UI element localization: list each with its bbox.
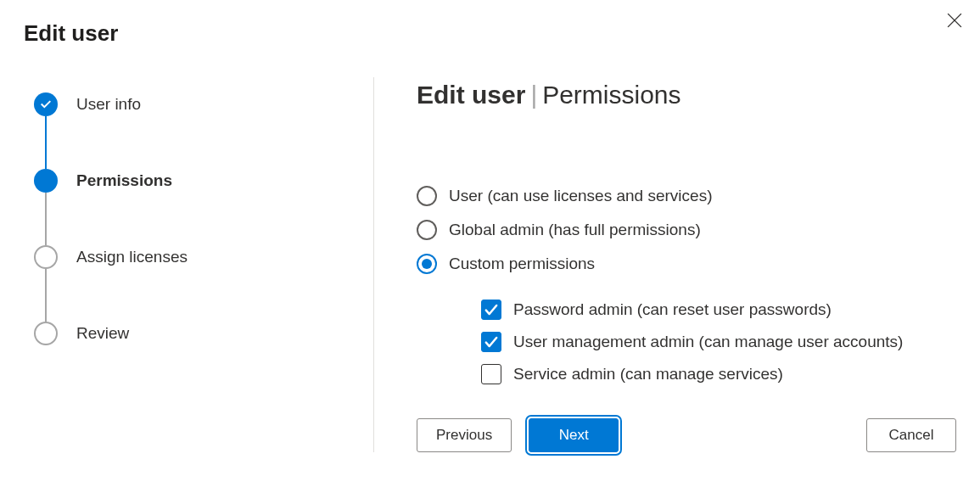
role-radio-group: User (can use licenses and services) Glo… xyxy=(417,186,956,384)
wizard-stepper: User info Permissions Assign licenses Re… xyxy=(34,72,373,469)
radio-global-admin[interactable]: Global admin (has full permissions) xyxy=(417,220,956,240)
radio-custom-permissions[interactable]: Custom permissions xyxy=(417,254,956,274)
step-indicator-upcoming xyxy=(34,322,58,345)
radio-icon-selected xyxy=(417,254,437,274)
panel-heading-context: Edit user xyxy=(417,81,525,109)
close-icon xyxy=(947,13,962,28)
step-indicator-upcoming xyxy=(34,245,58,269)
step-permissions[interactable]: Permissions xyxy=(34,169,373,193)
previous-button[interactable]: Previous xyxy=(417,418,512,452)
step-connector xyxy=(45,193,47,245)
radio-icon xyxy=(417,186,437,206)
checkbox-label: Service admin (can manage services) xyxy=(513,365,783,384)
step-review[interactable]: Review xyxy=(34,322,373,345)
dialog-title: Edit user xyxy=(24,20,118,47)
checkmark-icon xyxy=(484,302,499,317)
checkbox-icon-checked xyxy=(481,300,501,320)
step-label: Permissions xyxy=(76,171,172,190)
permissions-panel: Edit user|Permissions User (can use lice… xyxy=(374,72,956,469)
step-user-info[interactable]: User info xyxy=(34,92,373,116)
checkbox-password-admin[interactable]: Password admin (can reset user passwords… xyxy=(481,300,956,320)
checkmark-icon xyxy=(39,98,53,111)
cancel-button[interactable]: Cancel xyxy=(866,418,956,452)
checkbox-label: User management admin (can manage user a… xyxy=(513,333,903,351)
dialog-body: User info Permissions Assign licenses Re… xyxy=(0,47,980,469)
checkbox-icon-checked xyxy=(481,332,501,352)
next-button[interactable]: Next xyxy=(529,418,619,452)
radio-label: User (can use licenses and services) xyxy=(449,187,712,205)
step-connector xyxy=(45,269,47,322)
step-label: User info xyxy=(76,95,141,114)
close-button[interactable] xyxy=(943,8,966,32)
step-label: Review xyxy=(76,324,129,343)
radio-dot-icon xyxy=(422,259,432,269)
checkbox-service-admin[interactable]: Service admin (can manage services) xyxy=(481,364,956,384)
step-assign-licenses[interactable]: Assign licenses xyxy=(34,245,373,269)
radio-icon xyxy=(417,220,437,240)
checkmark-icon xyxy=(484,334,499,350)
radio-label: Global admin (has full permissions) xyxy=(449,221,701,239)
dialog-header: Edit user xyxy=(0,0,980,47)
step-indicator-current xyxy=(34,169,58,193)
panel-heading-current: Permissions xyxy=(542,81,680,109)
custom-permissions-group: Password admin (can reset user passwords… xyxy=(481,300,956,384)
checkbox-user-management-admin[interactable]: User management admin (can manage user a… xyxy=(481,332,956,352)
panel-heading-separator: | xyxy=(530,81,537,109)
checkbox-label: Password admin (can reset user passwords… xyxy=(513,300,832,319)
radio-label: Custom permissions xyxy=(449,255,595,273)
radio-user[interactable]: User (can use licenses and services) xyxy=(417,186,956,206)
button-bar: Previous Next Cancel xyxy=(417,384,956,469)
panel-heading: Edit user|Permissions xyxy=(417,81,956,109)
step-label: Assign licenses xyxy=(76,248,188,266)
checkbox-icon-unchecked xyxy=(481,364,501,384)
step-indicator-completed xyxy=(34,92,58,116)
step-connector xyxy=(45,116,47,169)
